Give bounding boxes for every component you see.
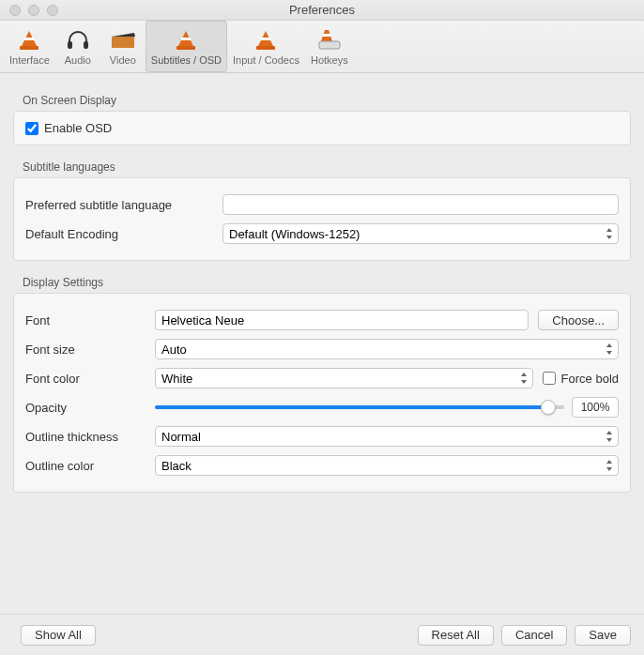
display-section: Font Choose... Font size Auto Font color…: [13, 293, 631, 493]
footer: Show All Reset All Cancel Save: [0, 614, 644, 655]
opacity-readout: 100%: [572, 397, 619, 418]
outline-color-label: Outline color: [25, 459, 146, 473]
minimize-button[interactable]: [28, 5, 39, 16]
tab-label: Video: [110, 54, 136, 66]
outline-color-select[interactable]: Black: [155, 455, 619, 476]
clapperboard-icon: [109, 26, 137, 53]
tab-hotkeys[interactable]: Hotkeys: [305, 21, 354, 72]
display-section-label: Display Settings: [13, 270, 631, 293]
osd-section: Enable OSD: [13, 111, 631, 145]
zoom-button[interactable]: [47, 5, 58, 16]
slider-thumb[interactable]: [541, 400, 556, 415]
tab-interface[interactable]: Interface: [4, 21, 55, 72]
tab-label: Subtitles / OSD: [151, 54, 222, 66]
svg-rect-6: [323, 34, 330, 37]
subtitle-lang-section: Preferred subtitle language Default Enco…: [13, 177, 631, 261]
cone-icon: [172, 26, 200, 53]
osd-section-label: On Screen Display: [13, 88, 631, 111]
enable-osd-checkbox[interactable]: Enable OSD: [25, 121, 619, 135]
opacity-label: Opacity: [25, 401, 146, 415]
svg-rect-4: [112, 37, 134, 48]
tab-label: Interface: [9, 54, 50, 66]
cone-icon: [15, 26, 43, 53]
preferences-toolbar: Interface Audio Video Subtitles / OSD In…: [0, 21, 644, 73]
choose-font-button[interactable]: Choose...: [538, 310, 619, 330]
cone-icon: [252, 26, 280, 53]
font-input[interactable]: [155, 310, 529, 330]
headphones-icon: [64, 26, 92, 53]
tab-label: Input / Codecs: [233, 54, 299, 66]
window-title: Preferences: [0, 3, 644, 17]
slider-fill: [155, 405, 548, 409]
svg-rect-7: [319, 41, 340, 49]
content-area: On Screen Display Enable OSD Subtitle la…: [0, 73, 644, 614]
tab-label: Audio: [65, 54, 91, 66]
svg-rect-1: [84, 41, 88, 49]
window-controls: [0, 5, 58, 16]
default-encoding-select[interactable]: Default (Windows-1252): [222, 223, 619, 244]
subtitle-lang-section-label: Subtitle languages: [13, 155, 631, 177]
preferred-subtitle-lang-input[interactable]: [222, 194, 619, 215]
enable-osd-input[interactable]: [25, 122, 38, 135]
tab-label: Hotkeys: [311, 54, 348, 66]
tab-input-codecs[interactable]: Input / Codecs: [227, 21, 305, 72]
outline-thickness-label: Outline thickness: [25, 430, 146, 444]
titlebar: Preferences: [0, 0, 644, 21]
font-size-label: Font size: [25, 343, 146, 357]
default-encoding-label: Default Encoding: [25, 227, 213, 241]
force-bold-label: Force bold: [561, 372, 619, 386]
font-color-label: Font color: [25, 372, 146, 386]
reset-all-button[interactable]: Reset All: [418, 625, 494, 646]
cancel-button[interactable]: Cancel: [501, 625, 567, 646]
outline-thickness-select[interactable]: Normal: [155, 426, 619, 447]
close-button[interactable]: [9, 5, 21, 16]
font-color-select[interactable]: White: [155, 368, 533, 388]
enable-osd-label: Enable OSD: [44, 121, 112, 135]
save-button[interactable]: Save: [575, 625, 631, 646]
show-all-button[interactable]: Show All: [21, 625, 96, 646]
opacity-slider[interactable]: [155, 398, 564, 417]
font-label: Font: [25, 313, 146, 328]
cone-keyboard-icon: [315, 26, 344, 53]
tab-subtitles-osd[interactable]: Subtitles / OSD: [146, 21, 227, 72]
tab-audio[interactable]: Audio: [55, 21, 100, 72]
font-size-select[interactable]: Auto: [155, 339, 619, 359]
preferred-subtitle-lang-label: Preferred subtitle language: [25, 198, 213, 212]
force-bold-checkbox[interactable]: Force bold: [543, 372, 619, 386]
force-bold-input[interactable]: [543, 372, 556, 385]
tab-video[interactable]: Video: [100, 21, 146, 72]
svg-rect-0: [68, 41, 72, 49]
